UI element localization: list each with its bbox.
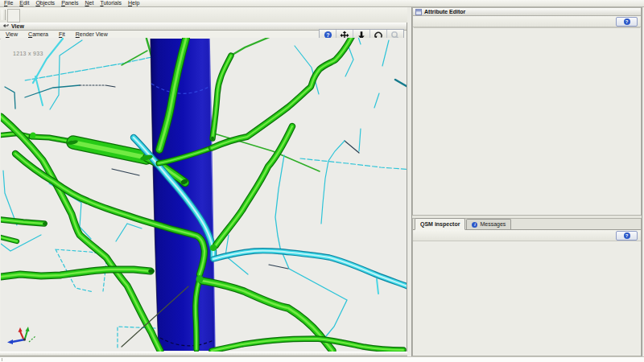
skeleton-line (231, 38, 281, 56)
tab-qsm-inspector-label: QSM inspector (420, 220, 460, 228)
skeleton-line (374, 93, 379, 108)
bottom-strip-grip[interactable] (2, 358, 4, 361)
skeleton-line (269, 265, 288, 269)
view-menu-camera[interactable]: Camera (26, 31, 51, 38)
main-toolbar (0, 7, 407, 24)
axis-gizmo-icon (4, 315, 39, 349)
branch-cap (31, 133, 36, 138)
attribute-editor-titlebar[interactable]: Attribute Editor (413, 8, 641, 16)
bottom-panel-strip[interactable] (0, 356, 644, 362)
skeleton-line (116, 224, 142, 241)
skeleton-line (395, 80, 407, 88)
skeleton-line (5, 87, 15, 109)
branch-cap (211, 137, 214, 141)
branch-cap (210, 245, 217, 251)
skeleton-line (122, 51, 147, 65)
menu-tutorials[interactable]: Tutorials (97, 0, 124, 6)
panel-window-icon (415, 9, 422, 15)
attribute-editor-help-button[interactable]: ? (616, 17, 638, 27)
svg-text:?: ? (326, 32, 329, 38)
attribute-editor-panel: Attribute Editor ? (412, 7, 642, 216)
panel-collapse-arrow-icon[interactable] (2, 23, 9, 29)
menu-bar: File Edit Objects Panels Net Tutorials H… (0, 0, 644, 7)
skeleton-line (321, 141, 345, 224)
view-menu-fit[interactable]: Fit (56, 31, 68, 38)
view-menu-render-view[interactable]: Render View (73, 31, 110, 38)
skeleton-line (377, 279, 378, 294)
toolbar-grip[interactable] (2, 10, 6, 20)
inspector-tabbar: QSM inspector i Messages (413, 219, 641, 230)
inspector-content (414, 241, 640, 355)
3d-viewport[interactable]: 1213 x 933 (1, 38, 407, 352)
branch-cap (196, 276, 204, 283)
skeleton-line (3, 171, 17, 225)
menu-net[interactable]: Net (83, 0, 97, 6)
menu-edit[interactable]: Edit (17, 0, 31, 6)
skeleton-line (382, 40, 389, 66)
menu-file[interactable]: File (2, 0, 15, 6)
menu-objects[interactable]: Objects (33, 0, 57, 6)
tab-messages[interactable]: i Messages (466, 219, 511, 229)
attribute-editor-content (414, 27, 640, 214)
skeleton-line (105, 85, 115, 87)
viewport-resolution-label: 1213 x 933 (13, 51, 43, 56)
attribute-editor-title: Attribute Editor (424, 9, 465, 15)
attribute-editor-toolbar: ? (413, 16, 641, 27)
help-icon: ? (624, 19, 630, 25)
right-panel-column: Attribute Editor ? QSM inspector i Messa… (412, 7, 642, 356)
skeleton-line (300, 158, 407, 170)
tab-messages-label: Messages (480, 220, 506, 228)
inspector-help-button[interactable]: ? (616, 231, 638, 241)
view-panel-title: View (11, 23, 24, 30)
view-panel: View View Camera Fit Render View ? (0, 23, 407, 356)
skeleton-line (206, 131, 320, 171)
toolbar-blank-button[interactable] (7, 9, 20, 23)
skeleton-line (345, 141, 359, 153)
inspector-panel: QSM inspector i Messages ? (412, 218, 642, 356)
view-menu-view[interactable]: View (3, 31, 20, 38)
info-icon: i (472, 222, 477, 228)
skeleton-line (357, 38, 361, 44)
skeleton-line (359, 129, 361, 151)
skeleton-line (112, 169, 139, 175)
help-icon: ? (624, 232, 630, 239)
skeleton-line (25, 85, 80, 97)
skeleton-line (35, 76, 43, 105)
tab-qsm-inspector[interactable]: QSM inspector (415, 218, 465, 230)
inspector-toolbar: ? (413, 230, 641, 241)
menu-panels[interactable]: Panels (59, 0, 80, 6)
menu-help[interactable]: Help (126, 0, 142, 6)
qsm-scene (1, 38, 407, 352)
